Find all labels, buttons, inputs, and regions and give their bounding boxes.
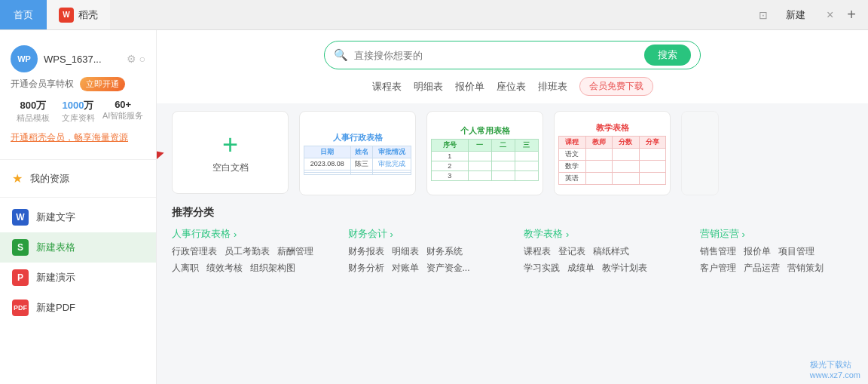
stat-templates: 800万 精品模板 bbox=[11, 99, 56, 124]
tab-spacer-right: ⊡ 新建 × + bbox=[751, 0, 868, 29]
stat-ai: 60+ AI智能服务 bbox=[100, 99, 145, 124]
pdf-icon: PDF bbox=[12, 300, 29, 316]
item-caiwufenxi[interactable]: 财务分析 bbox=[348, 262, 384, 275]
item-kehu[interactable]: 客户管理 bbox=[700, 262, 736, 275]
tab-section: 首页 W 稻壳 ⊡ 新建 × + bbox=[0, 0, 868, 29]
template-jiaoxue[interactable]: 教学表格 课程教师分数分享 语文 数学 英语 bbox=[554, 111, 671, 195]
item-dengjibiao[interactable]: 登记表 bbox=[558, 245, 585, 258]
category-caiwu-header[interactable]: 财务会计 › bbox=[348, 227, 502, 241]
quick-tag-1[interactable]: 明细表 bbox=[414, 80, 443, 94]
user-settings-icon[interactable]: ⚙ bbox=[127, 53, 136, 65]
templates-section: + 空白文档 人事行政表格 日期姓名审批情况 2023.08.08陈三审批完成 bbox=[157, 103, 868, 203]
item-chanpin[interactable]: 产品运营 bbox=[744, 262, 780, 275]
blank-label: 空白文档 bbox=[212, 161, 249, 174]
item-caiwuxitong[interactable]: 财务系统 bbox=[426, 245, 463, 258]
main-layout: WP WPS_1637... ⚙ ○ 开通会员享特权 立即开通 800万 精品模… bbox=[0, 30, 868, 384]
new-tab-label: 新建 bbox=[774, 8, 818, 22]
user-row: WP WPS_1637... ⚙ ○ bbox=[11, 45, 145, 72]
template-renshizhengxing[interactable]: 人事行政表格 日期姓名审批情况 2023.08.08陈三审批完成 bbox=[299, 111, 416, 195]
category-jiaoxue-header[interactable]: 教学表格 › bbox=[524, 227, 677, 241]
close-button[interactable]: × bbox=[824, 8, 836, 22]
search-section: 🔍 搜索 课程表 明细表 报价单 座位表 排班表 会员免费下载 bbox=[157, 30, 868, 103]
member-download-button[interactable]: 会员免费下载 bbox=[579, 77, 653, 96]
template-blank[interactable]: + 空白文档 bbox=[172, 111, 289, 194]
divider-2 bbox=[0, 197, 156, 198]
item-xingzheng[interactable]: 行政管理表 bbox=[172, 245, 217, 258]
item-xuexi[interactable]: 学习实践 bbox=[524, 262, 560, 275]
sidebar-item-resources[interactable]: ★ 我的资源 bbox=[0, 164, 156, 192]
item-duizhangdan[interactable]: 对账单 bbox=[392, 262, 419, 275]
item-jixiao[interactable]: 绩效考核 bbox=[206, 262, 243, 275]
item-jiaoxuejihua[interactable]: 教学计划表 bbox=[602, 262, 647, 275]
category-renshizhengxing-label: 人事行政表格 bbox=[172, 227, 231, 241]
presentation-icon: P bbox=[12, 269, 29, 286]
category-jiaoxue-label: 教学表格 bbox=[524, 227, 563, 241]
add-tab-button[interactable]: + bbox=[842, 6, 860, 23]
sidebar-item-new-presentation[interactable]: P 新建演示 bbox=[0, 263, 156, 293]
item-kechengbiao[interactable]: 课程表 bbox=[524, 245, 551, 258]
search-button[interactable]: 搜索 bbox=[644, 45, 691, 66]
category-jiaoxue-items: 课程表 登记表 稿纸样式 学习实践 成绩单 教学计划表 bbox=[524, 245, 677, 275]
user-section: WP WPS_1637... ⚙ ○ 开通会员享特权 立即开通 800万 精品模… bbox=[0, 39, 156, 155]
open-now-button[interactable]: 立即开通 bbox=[80, 77, 125, 91]
sidebar-item-new-spreadsheet[interactable]: S 新建表格 bbox=[0, 232, 156, 263]
blank-plus-icon: + bbox=[222, 131, 238, 158]
item-chengji[interactable]: 成绩单 bbox=[567, 262, 594, 275]
category-yingxiao-items: 销售管理 报价单 项目管理 客户管理 产品运营 营销策划 bbox=[700, 245, 854, 275]
item-kaoqin[interactable]: 员工考勤表 bbox=[225, 245, 270, 258]
item-xinchgou[interactable]: 薪酬管理 bbox=[277, 245, 313, 258]
quick-tag-3[interactable]: 座位表 bbox=[497, 80, 526, 94]
category-caiwu-arrow: › bbox=[390, 229, 393, 240]
user-info-icon[interactable]: ○ bbox=[139, 53, 145, 65]
template-extra[interactable] bbox=[681, 111, 719, 195]
stat-library: 1000万 文库资料 bbox=[56, 99, 101, 124]
sidebar-item-new-pdf[interactable]: PDF 新建PDF bbox=[0, 293, 156, 323]
item-xiangmu[interactable]: 项目管理 bbox=[778, 245, 815, 258]
item-zuzhi[interactable]: 组织架构图 bbox=[250, 262, 295, 275]
search-icon: 🔍 bbox=[334, 48, 348, 62]
recommend-section: 推荐分类 人事行政表格 › 行政管理表 员工考勤表 薪酬管理 bbox=[157, 203, 868, 281]
promo-link[interactable]: 开通稻壳会员，畅享海量资源 bbox=[11, 130, 145, 146]
search-input[interactable] bbox=[354, 50, 638, 61]
wps-tab-label: 稻壳 bbox=[78, 8, 98, 22]
item-lizhi[interactable]: 人离职 bbox=[172, 262, 199, 275]
spreadsheet-icon: S bbox=[12, 239, 29, 256]
wps-logo-icon: W bbox=[59, 8, 74, 23]
sidebar-new-spreadsheet-label: 新建表格 bbox=[36, 241, 75, 254]
quick-tag-4[interactable]: 排班表 bbox=[538, 80, 567, 94]
item-yingxiaocehua[interactable]: 营销策划 bbox=[787, 262, 824, 275]
sidebar-new-presentation-label: 新建演示 bbox=[36, 271, 75, 284]
monitor-icon: ⊡ bbox=[759, 9, 768, 21]
stats-row: 800万 精品模板 1000万 文库资料 60+ AI智能服务 bbox=[11, 99, 145, 124]
item-mingxibiao[interactable]: 明细表 bbox=[392, 245, 419, 258]
stat-ai-label: AI智能服务 bbox=[100, 110, 145, 121]
quick-tags: 课程表 明细表 报价单 座位表 排班表 会员免费下载 bbox=[372, 77, 653, 96]
item-caiwubaobiao[interactable]: 财务报表 bbox=[348, 245, 384, 258]
star-icon: ★ bbox=[12, 171, 23, 186]
tab-wps[interactable]: W 稻壳 bbox=[47, 0, 110, 29]
item-gaozhi[interactable]: 稿纸样式 bbox=[593, 245, 629, 258]
mini-table-red: 课程教师分数分享 语文 数学 英语 bbox=[558, 136, 666, 185]
mini-table-blue: 日期姓名审批情况 2023.08.08陈三审批完成 bbox=[304, 146, 411, 175]
quick-tag-0[interactable]: 课程表 bbox=[372, 80, 402, 94]
member-text: 开通会员享特权 bbox=[11, 78, 74, 91]
stat-templates-label: 精品模板 bbox=[11, 112, 56, 124]
recommend-title: 推荐分类 bbox=[172, 206, 853, 220]
category-yingxiao: 营销运营 › 销售管理 报价单 项目管理 客户管理 产品运营 营销策划 bbox=[700, 227, 854, 275]
watermark: 极光下载站 www.xz7.com bbox=[810, 359, 860, 379]
category-yingxiao-arrow: › bbox=[742, 229, 745, 240]
word-icon: W bbox=[12, 209, 29, 226]
item-baojiadan[interactable]: 报价单 bbox=[744, 245, 771, 258]
category-jiaoxue: 教学表格 › 课程表 登记表 稿纸样式 学习实践 成绩单 教学计划表 bbox=[524, 227, 677, 275]
item-xiaoshou[interactable]: 销售管理 bbox=[700, 245, 736, 258]
sidebar: WP WPS_1637... ⚙ ○ 开通会员享特权 立即开通 800万 精品模… bbox=[0, 30, 157, 384]
template-geren[interactable]: 个人常用表格 序号一二三 1 2 3 bbox=[426, 111, 543, 195]
quick-tag-2[interactable]: 报价单 bbox=[455, 80, 484, 94]
category-yingxiao-header[interactable]: 营销运营 › bbox=[700, 227, 854, 241]
category-caiwu: 财务会计 › 财务报表 明细表 财务系统 财务分析 对账单 资产资金... bbox=[348, 227, 502, 275]
sidebar-item-new-word[interactable]: W 新建文字 bbox=[0, 202, 156, 232]
category-renshizhengxing-header[interactable]: 人事行政表格 › bbox=[172, 227, 326, 241]
item-zichanzijin[interactable]: 资产资金... bbox=[426, 262, 470, 275]
tab-home[interactable]: 首页 bbox=[0, 0, 47, 29]
category-yingxiao-label: 营销运营 bbox=[700, 227, 739, 241]
